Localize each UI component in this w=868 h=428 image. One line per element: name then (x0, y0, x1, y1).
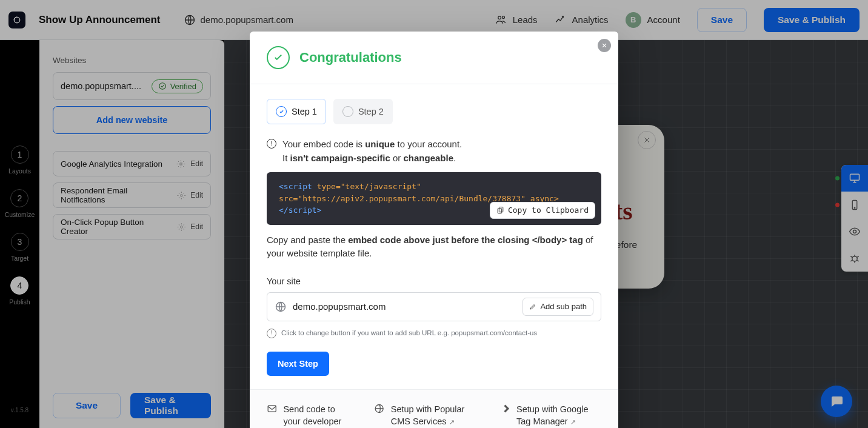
setup-gtm-label: Setup with Google Tag Manager (516, 404, 589, 426)
embed-instructions: Copy and paste the embed code above just… (267, 233, 601, 261)
t: Copy and paste the (267, 235, 348, 245)
next-step-label: Next Step (278, 359, 318, 369)
your-site-field[interactable]: demo.popupsmart.com Add sub path (267, 292, 601, 321)
radio-unchecked-icon (342, 106, 353, 117)
tab-step-2[interactable]: Step 2 (333, 99, 393, 124)
t: or (390, 153, 404, 163)
your-site-value: demo.popupsmart.com (293, 301, 386, 312)
svg-rect-14 (498, 209, 502, 213)
check-circle-icon (267, 46, 290, 69)
external-icon: ↗ (570, 418, 576, 426)
svg-rect-16 (268, 405, 276, 411)
hint-row: ! Click to change button if you want to … (267, 327, 601, 338)
external-icon: ↗ (449, 418, 455, 426)
close-icon (601, 42, 607, 48)
add-sub-path-label: Add sub path (540, 302, 587, 311)
copy-to-clipboard-button[interactable]: Copy to Clipboard (490, 202, 595, 219)
code-tag: <script (279, 182, 317, 191)
hint-text: Click to change button if you want to ad… (281, 329, 537, 336)
embed-info: ! Your embed code is unique to your acco… (267, 138, 601, 165)
info-icon: ! (267, 139, 276, 149)
send-to-developer[interactable]: Send code to your developer (267, 403, 350, 428)
copy-label: Copy to Clipboard (508, 204, 589, 216)
mail-icon (267, 403, 277, 414)
t: isn't campaign-specific (290, 153, 390, 163)
t: Your embed code is (282, 139, 365, 149)
gtm-icon (500, 403, 510, 414)
modal-title: Congratulations (299, 50, 402, 65)
t: unique (365, 139, 395, 149)
tab-step-1-label: Step 1 (292, 107, 317, 116)
tab-step-2-label: Step 2 (358, 107, 384, 116)
pencil-icon (529, 303, 536, 310)
globe-icon (374, 403, 384, 414)
code-tag: </script> (279, 206, 321, 215)
svg-rect-13 (499, 207, 503, 212)
t: changeable (403, 153, 453, 163)
t: It (282, 153, 290, 163)
globe-icon (275, 301, 287, 313)
send-to-developer-label: Send code to your developer (283, 403, 350, 428)
congrats-modal: Congratulations Step 1 Step 2 ! Your e (250, 32, 618, 428)
modal-close[interactable] (598, 39, 611, 52)
add-sub-path-button[interactable]: Add sub path (522, 298, 593, 316)
your-site-label: Your site (267, 276, 601, 286)
setup-cms[interactable]: Setup with Popular CMS Services ↗ (374, 403, 475, 428)
t: embed code above just before the closing… (348, 235, 583, 245)
modal-wrap: Congratulations Step 1 Step 2 ! Your e (0, 0, 868, 428)
info-icon: ! (267, 329, 276, 338)
clipboard-icon (496, 206, 504, 214)
embed-code[interactable]: <script type="text/javascript" src="http… (267, 172, 601, 225)
t: . (453, 153, 456, 163)
next-step-button[interactable]: Next Step (267, 352, 329, 376)
radio-checked-icon (276, 106, 287, 117)
code-attr: type="text/javascript" src="https://apiv… (279, 182, 559, 203)
tab-step-1[interactable]: Step 1 (267, 99, 326, 124)
t: to your account. (395, 139, 462, 149)
setup-gtm[interactable]: Setup with Google Tag Manager ↗ (500, 403, 601, 428)
